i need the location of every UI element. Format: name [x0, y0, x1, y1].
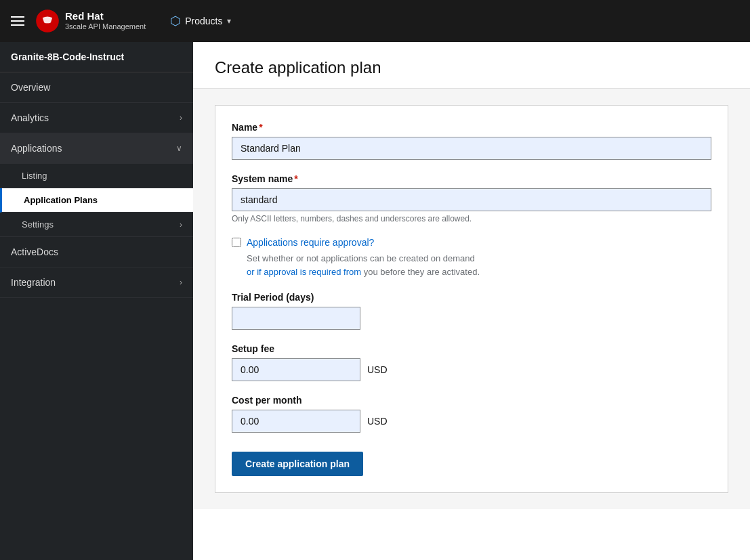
form-container: Name* System name* Only ASCII letters, n… — [193, 89, 750, 509]
cost-per-month-unit: USD — [367, 416, 388, 427]
setup-fee-with-unit: USD — [232, 358, 711, 381]
approval-label: Applications require approval? — [247, 237, 374, 248]
sidebar-item-analytics-label: Analytics — [11, 112, 49, 123]
cost-per-month-input[interactable] — [232, 410, 360, 433]
sidebar-sub-item-settings-label: Settings — [22, 219, 54, 230]
form-actions: Create application plan — [232, 452, 711, 476]
sidebar-item-applications[interactable]: Applications ∨ — [0, 133, 193, 164]
sidebar-sub-item-listing[interactable]: Listing — [0, 164, 193, 188]
sidebar-sub-item-application-plans[interactable]: Application Plans — [0, 188, 193, 213]
system-name-input[interactable] — [232, 188, 711, 211]
setup-fee-field-group: Setup fee USD — [232, 343, 711, 381]
trial-period-input[interactable] — [232, 307, 360, 330]
page-title: Create application plan — [215, 58, 728, 77]
brand-text: Red Hat 3scale API Management — [65, 10, 146, 31]
approval-checkbox[interactable] — [232, 238, 241, 247]
setup-fee-input[interactable] — [232, 358, 360, 381]
system-name-label: System name* — [232, 173, 711, 184]
create-application-plan-button[interactable]: Create application plan — [232, 452, 363, 476]
main-content: Create application plan Name* System nam… — [193, 42, 750, 560]
approval-link[interactable]: or if approval is required from — [247, 267, 361, 277]
sidebar-product-name: Granite-8B-Code-Instruct — [0, 42, 193, 72]
sidebar-item-applications-label: Applications — [11, 143, 62, 154]
top-navigation: Red Hat 3scale API Management ⬡ Products… — [0, 0, 750, 42]
redhat-logo-icon — [35, 9, 60, 33]
approval-description: Set whether or not applications can be c… — [232, 252, 711, 278]
chevron-down-icon-applications: ∨ — [176, 144, 182, 153]
chevron-right-icon: › — [180, 113, 182, 123]
sidebar-item-analytics[interactable]: Analytics › — [0, 103, 193, 133]
products-label: Products — [185, 16, 222, 26]
page-header: Create application plan — [193, 42, 750, 89]
hamburger-menu[interactable] — [11, 16, 24, 26]
sidebar-item-activedocs-label: ActiveDocs — [11, 246, 58, 257]
sidebar-sub-item-listing-label: Listing — [22, 171, 47, 181]
brand-name: Red Hat — [65, 10, 146, 22]
cost-per-month-with-unit: USD — [232, 410, 711, 433]
trial-period-label: Trial Period (days) — [232, 292, 711, 303]
system-name-field-group: System name* Only ASCII letters, numbers… — [232, 173, 711, 223]
sidebar: Granite-8B-Code-Instruct Overview Analyt… — [0, 42, 193, 560]
cost-per-month-label: Cost per month — [232, 395, 711, 406]
sidebar-item-activedocs[interactable]: ActiveDocs — [0, 237, 193, 267]
sidebar-item-integration-label: Integration — [11, 277, 56, 288]
sidebar-item-overview[interactable]: Overview — [0, 72, 193, 103]
system-name-hint: Only ASCII letters, numbers, dashes and … — [232, 214, 711, 223]
setup-fee-unit: USD — [367, 364, 388, 375]
sidebar-sub-item-application-plans-label: Application Plans — [24, 195, 98, 205]
products-dropdown[interactable]: ⬡ Products ▾ — [170, 14, 230, 28]
name-input[interactable] — [232, 137, 711, 160]
brand-sub: 3scale API Management — [65, 22, 146, 31]
brand-logo: Red Hat 3scale API Management — [35, 9, 146, 33]
trial-period-field-group: Trial Period (days) — [232, 292, 711, 330]
approval-checkbox-label[interactable]: Applications require approval? — [232, 237, 711, 248]
main-layout: Granite-8B-Code-Instruct Overview Analyt… — [0, 42, 750, 560]
sidebar-item-overview-label: Overview — [11, 82, 50, 93]
name-label: Name* — [232, 122, 711, 133]
chevron-right-settings-icon: › — [180, 220, 182, 230]
sidebar-sub-item-settings[interactable]: Settings › — [0, 213, 193, 237]
products-icon: ⬡ — [170, 14, 181, 28]
form-card: Name* System name* Only ASCII letters, n… — [215, 105, 728, 493]
approval-checkbox-group: Applications require approval? Set wheth… — [232, 237, 711, 278]
chevron-down-icon: ▾ — [227, 16, 231, 26]
sidebar-item-integration[interactable]: Integration › — [0, 267, 193, 298]
cost-per-month-field-group: Cost per month USD — [232, 395, 711, 433]
setup-fee-label: Setup fee — [232, 343, 711, 354]
chevron-right-integration-icon: › — [180, 278, 182, 287]
name-field-group: Name* — [232, 122, 711, 160]
